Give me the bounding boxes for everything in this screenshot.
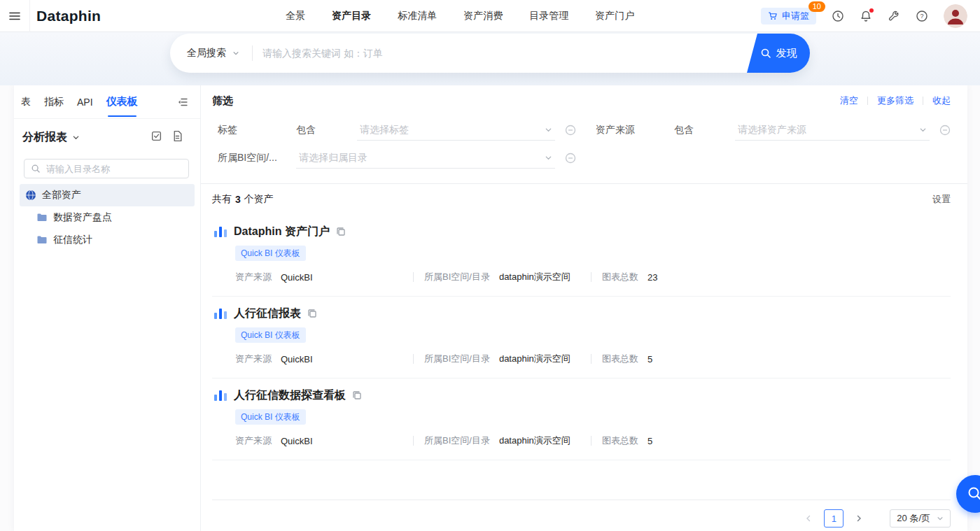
clear-filters-link[interactable]: 清空 [840, 94, 858, 107]
tools-icon[interactable] [888, 10, 900, 22]
meta-label-source: 资产来源 [235, 353, 272, 365]
catalog-sidebar: 表 指标 API 仪表板 分析报表 [14, 85, 201, 531]
meta-divider [591, 272, 592, 282]
filter-actions: 清空 更多筛选 收起 [840, 94, 951, 107]
pagination: 1 20 条/页 [212, 500, 951, 531]
document-icon[interactable] [172, 130, 183, 145]
filter-operator[interactable]: 包含 [296, 124, 357, 136]
search-icon [31, 164, 41, 174]
history-icon[interactable] [832, 10, 844, 22]
search-scope-dropdown[interactable]: 全局搜索 [170, 47, 252, 59]
meta-label-charts: 图表总数 [602, 353, 638, 365]
select-placeholder: 请选择资产来源 [738, 124, 806, 136]
global-search-band: 全局搜索 发现 [0, 32, 980, 85]
discover-button[interactable]: 发现 [747, 34, 810, 73]
asset-list-item: Dataphin 资产门户 Quick BI 仪表板 资产来源QuickBI 所… [212, 215, 951, 297]
meta-value-space: dataphin演示空间 [499, 434, 570, 447]
result-summary: 共有 3 个资产 设置 [212, 184, 951, 215]
topbar: Dataphin 全景 资产目录 标准清单 资产消费 目录管理 资产门户 申请篮… [0, 0, 980, 32]
filter-operator[interactable]: 包含 [674, 124, 735, 136]
nav-item-asset-consume[interactable]: 资产消费 [463, 10, 503, 22]
dashboard-chart-icon [212, 223, 229, 240]
meta-value-charts: 5 [648, 354, 652, 364]
chevron-down-icon [232, 50, 239, 57]
global-search-input[interactable] [253, 48, 747, 59]
filter-field-label: 所属BI空间/... [218, 152, 296, 164]
settings-link[interactable]: 设置 [932, 193, 951, 206]
page-size-select[interactable]: 20 条/页 [890, 509, 951, 528]
discover-label: 发现 [776, 47, 797, 60]
meta-value-space: dataphin演示空间 [499, 271, 570, 283]
remove-filter-icon[interactable] [565, 153, 576, 164]
copy-icon[interactable] [307, 308, 318, 319]
report-group-dropdown[interactable]: 分析报表 [22, 130, 183, 145]
select-placeholder: 请选择归属目录 [299, 152, 368, 164]
basket-count-badge: 10 [808, 1, 825, 12]
tag-select[interactable]: 请选择标签 [357, 120, 555, 141]
summary-prefix: 共有 [212, 193, 232, 206]
meta-label-source: 资产来源 [235, 271, 272, 283]
nav-item-standard-list[interactable]: 标准清单 [398, 10, 437, 22]
remove-filter-icon[interactable] [565, 125, 576, 136]
help-icon[interactable]: ? [916, 10, 928, 22]
chevron-down-icon [937, 515, 944, 522]
meta-value-space: dataphin演示空间 [499, 353, 570, 365]
avatar[interactable] [944, 4, 967, 28]
tree-item-label: 征信统计 [53, 234, 92, 246]
search-icon [967, 486, 980, 502]
nav-item-panorama[interactable]: 全景 [286, 10, 305, 22]
tree-item-data-asset-inventory[interactable]: 数据资产盘点 [20, 206, 195, 229]
catalog-search-box [24, 159, 189, 178]
tab-metric[interactable]: 指标 [44, 85, 64, 119]
remove-filter-icon[interactable] [939, 125, 951, 136]
asset-type-tabs: 表 指标 API 仪表板 [14, 85, 200, 119]
bell-icon[interactable] [860, 10, 872, 22]
nav-item-catalog-manage[interactable]: 目录管理 [529, 10, 568, 22]
asset-meta: 资产来源QuickBI 所属BI空间/目录dataphin演示空间 图表总数23 [235, 271, 951, 283]
chevron-down-icon [545, 154, 552, 162]
cart-icon [768, 11, 778, 21]
meta-label-space: 所属BI空间/目录 [424, 353, 490, 365]
meta-label-source: 资产来源 [235, 434, 272, 447]
tree-item-all-assets[interactable]: 全部资产 [20, 184, 195, 206]
chevron-down-icon [919, 126, 927, 134]
filter-group-bi-space: 所属BI空间/... 请选择归属目录 [218, 148, 576, 169]
asset-title[interactable]: 人行征信数据探查看板 [234, 388, 346, 403]
action-separator [867, 97, 868, 105]
tab-table[interactable]: 表 [21, 85, 31, 119]
meta-value-source: QuickBI [281, 436, 313, 446]
tree-item-credit-stats[interactable]: 征信统计 [20, 229, 195, 251]
top-nav: 全景 资产目录 标准清单 资产消费 目录管理 资产门户 [286, 10, 634, 22]
hamburger-menu-icon[interactable] [0, 0, 29, 32]
bi-space-select[interactable]: 请选择归属目录 [296, 148, 555, 169]
meta-label-charts: 图表总数 [602, 434, 638, 447]
folder-icon [36, 234, 48, 246]
page-size-value: 20 条/页 [897, 512, 930, 525]
meta-divider [413, 436, 414, 446]
tab-dashboard[interactable]: 仪表板 [106, 85, 138, 119]
copy-icon[interactable] [335, 226, 346, 237]
next-page-button[interactable] [850, 510, 867, 527]
collapse-filters-link[interactable]: 收起 [932, 94, 951, 107]
more-filters-link[interactable]: 更多筛选 [877, 94, 913, 107]
filter-field-label: 标签 [218, 124, 296, 136]
meta-value-charts: 5 [648, 436, 652, 446]
topbar-divider [29, 0, 30, 32]
copy-icon[interactable] [351, 390, 363, 401]
summary-suffix: 个资产 [244, 193, 274, 206]
asset-content: 筛选 清空 更多筛选 收起 标签 包含 请选择标签 [201, 85, 967, 531]
asset-title[interactable]: Dataphin 资产门户 [234, 225, 330, 239]
catalog-check-icon[interactable] [150, 130, 162, 145]
tab-api[interactable]: API [77, 85, 93, 119]
nav-item-asset-catalog[interactable]: 资产目录 [332, 10, 371, 22]
catalog-search-input[interactable] [46, 164, 182, 174]
current-page[interactable]: 1 [824, 509, 844, 528]
prev-page-button[interactable] [800, 510, 817, 527]
nav-item-asset-portal[interactable]: 资产门户 [595, 10, 634, 22]
asset-meta: 资产来源QuickBI 所属BI空间/目录dataphin演示空间 图表总数5 [235, 353, 951, 365]
asset-title[interactable]: 人行征信报表 [234, 306, 301, 321]
filter-field-label: 资产来源 [596, 124, 674, 136]
tree-collapse-icon[interactable] [177, 97, 188, 108]
apply-basket-button[interactable]: 申请篮 10 [761, 8, 816, 24]
source-select[interactable]: 请选择资产来源 [735, 120, 930, 141]
